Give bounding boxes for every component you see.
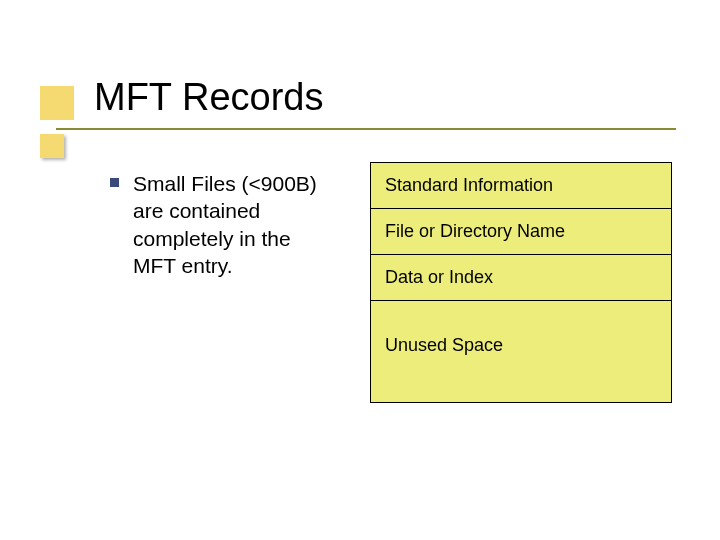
mft-record-diagram: Standard Information File or Directory N… bbox=[370, 162, 672, 403]
diagram-row-unused-space: Unused Space bbox=[371, 301, 671, 402]
title-decor-box-small bbox=[40, 134, 64, 158]
title-underline bbox=[56, 128, 676, 130]
slide-title: MFT Records bbox=[94, 76, 323, 119]
bullet-square-icon bbox=[110, 178, 119, 187]
diagram-row-standard-information: Standard Information bbox=[371, 163, 671, 209]
bullet-text: Small Files (<900B) are contained comple… bbox=[133, 170, 320, 279]
bullet-item: Small Files (<900B) are contained comple… bbox=[110, 170, 320, 279]
title-decor-box-large bbox=[40, 86, 74, 120]
body-text-block: Small Files (<900B) are contained comple… bbox=[110, 170, 320, 279]
diagram-row-data-or-index: Data or Index bbox=[371, 255, 671, 301]
diagram-row-file-or-directory-name: File or Directory Name bbox=[371, 209, 671, 255]
slide: MFT Records Small Files (<900B) are cont… bbox=[0, 0, 720, 540]
